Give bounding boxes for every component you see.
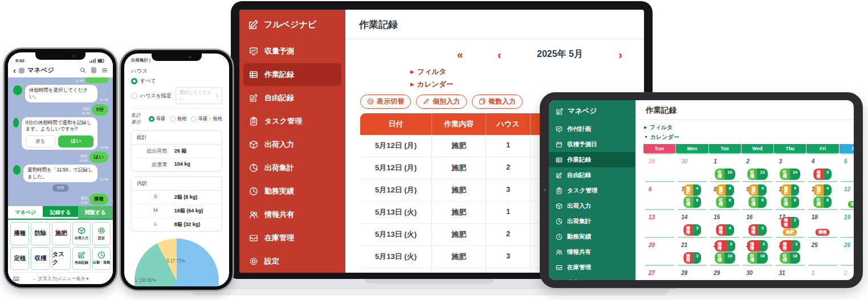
sidebar-item-自由記録[interactable]: 自由記録 [243, 87, 341, 109]
calendar-cell[interactable]: 23播種3収穫18 [743, 237, 772, 265]
menu-icon-button-出勤・退勤[interactable]: 出勤・退勤 [92, 247, 111, 270]
radio-selected-icon[interactable] [149, 116, 154, 122]
tablet-sidebar-item-タスク管理[interactable]: タスク管理 [549, 183, 635, 198]
表示切替-button[interactable]: 表示切替 [360, 94, 411, 109]
menu-button-施肥[interactable]: 施肥 [52, 222, 71, 245]
calendar-cell[interactable]: 25 [808, 237, 837, 265]
tablet-sidebar-item-在庫管理[interactable]: 在庫管理 [549, 260, 635, 275]
calendar-cell[interactable]: 13 [645, 209, 674, 237]
badge-label: 収穫 [747, 169, 757, 180]
calendar-cell[interactable]: 16播種3 [743, 209, 772, 237]
document-icon[interactable] [91, 67, 97, 73]
richmenu-tab-マネベジ[interactable]: マネベジ [8, 206, 43, 219]
unit-option-規格[interactable]: 規格 [170, 116, 187, 122]
calendar-cell[interactable]: 2 [841, 265, 854, 280]
tablet-sidebar-item-収穫予測日[interactable]: 収穫予測日 [549, 137, 635, 152]
calendar-cell[interactable]: 30 [743, 265, 772, 280]
calendar-cell[interactable]: 17播種2施肥 [776, 209, 805, 237]
tablet-filter-toggle[interactable]: ▶フィルタ [644, 123, 854, 133]
tablet-sidebar-item-出荷入力[interactable]: 出荷入力 [549, 198, 635, 213]
calendar-cell[interactable]: 20 [645, 237, 674, 265]
calendar-cell[interactable]: 1 [808, 265, 837, 280]
calendar-cell[interactable]: 21播種3 [678, 237, 707, 265]
calendar-cell[interactable]: 3収穫14 [776, 153, 805, 181]
calendar-cell[interactable]: 12収穫 [841, 181, 854, 209]
calendar-cell[interactable]: 7施肥4収穫6 [678, 181, 707, 209]
calendar-cell[interactable]: 11施肥4収穫6 [808, 181, 837, 209]
keyboard-icon[interactable] [13, 276, 19, 282]
unit-option-等級[interactable]: 等級 [149, 116, 166, 122]
menu-icon-button-設定[interactable]: 設定 [92, 222, 111, 245]
chat-footer[interactable]: ← 文字入力|メニュー表示 ▾ [8, 272, 113, 284]
radio-selected-icon[interactable] [131, 78, 137, 84]
search-icon[interactable] [80, 67, 86, 73]
radio-all-row[interactable]: すべて [131, 77, 222, 85]
filter-toggle[interactable]: ▶フィルタ [410, 66, 644, 79]
unit-option-等級・規格[interactable]: 等級・規格 [191, 116, 223, 122]
sidebar-item-設定[interactable]: 設定 [243, 250, 341, 273]
back-icon[interactable]: ‹ [13, 66, 16, 75]
sidebar-item-タスク管理[interactable]: タスク管理 [243, 110, 341, 133]
fast-prev-month-button[interactable]: « [457, 49, 462, 60]
menu-button-タスク[interactable]: タスク [52, 247, 71, 270]
calendar-cell[interactable]: 29 [710, 265, 739, 280]
richmenu-tab-記録する[interactable]: 記録する [43, 206, 78, 219]
menu-button-定植[interactable]: 定植 [10, 247, 29, 270]
radio-unselected-icon[interactable] [170, 116, 176, 122]
calendar-cell[interactable]: 9施肥4収穫6 [743, 181, 772, 209]
calendar-cell[interactable]: 30 [678, 153, 707, 181]
calendar-cell[interactable]: 6 [645, 181, 674, 209]
richmenu-tab-閲覧する[interactable]: 閲覧する [78, 206, 113, 219]
tablet-sidebar-item-作付計画[interactable]: 作付計画 [549, 121, 635, 137]
calendar-cell[interactable]: 29 [645, 153, 674, 181]
house-select[interactable]: 選択してください ▲▼ [176, 87, 222, 104]
sidebar-item-出荷集計[interactable]: 出荷集計 [243, 157, 341, 179]
tablet-calendar-toggle[interactable]: ▼カレンダー [644, 133, 854, 142]
tablet-sidebar-item-自由記録[interactable]: 自由記録 [549, 167, 635, 183]
calendar-cell[interactable]: 28 [678, 265, 707, 280]
radio-unselected-icon[interactable] [191, 116, 197, 122]
prev-month-button[interactable]: ‹ [498, 49, 502, 60]
tablet-sidebar-item-勤務実績[interactable]: 勤務実績 [549, 229, 635, 244]
calendar-cell[interactable]: 1収穫10 [710, 153, 739, 181]
calendar-cell[interactable]: 22播種3収穫18 [710, 237, 739, 265]
calendar-cell[interactable]: 26 [841, 237, 854, 265]
個別入力-button[interactable]: 個別入力 [416, 94, 467, 109]
calendar-cell[interactable]: 27 [645, 265, 674, 280]
tablet-sidebar-item-作業記録[interactable]: 作業記録 [549, 152, 635, 167]
tablet-sidebar-item-出荷集計[interactable]: 出荷集計 [549, 213, 635, 229]
radio-specify-row[interactable]: ハウスを指定 選択してください ▲▼ [131, 87, 222, 104]
calendar-cell[interactable]: 8施肥4収穫6 [710, 181, 739, 209]
badge-group: 播種3 [683, 252, 702, 264]
calendar-cell[interactable]: 18播種 [808, 209, 837, 237]
複数入力-button[interactable]: 複数入力 [472, 94, 523, 109]
calendar-cell[interactable]: 14播種3 [678, 209, 707, 237]
sidebar-item-情報共有[interactable]: 情報共有 [243, 203, 341, 226]
calendar-cell[interactable]: 31 [776, 265, 805, 280]
sidebar-item-出荷入力[interactable]: 出荷入力 [243, 133, 341, 156]
calendar-cell[interactable]: 4播種3 [808, 153, 837, 181]
menu-icon-button-自由記録[interactable]: 自由記録 [72, 247, 91, 270]
sidebar-item-在庫管理[interactable]: 在庫管理 [243, 227, 341, 249]
calendar-cell[interactable]: 10施肥4収穫6 [776, 181, 805, 209]
sidebar-item-勤務実績[interactable]: 勤務実績 [243, 180, 341, 203]
menu-button-防除[interactable]: 防除 [31, 222, 50, 245]
calendar-cell[interactable]: 19 [841, 209, 854, 237]
menu-button-収穫[interactable]: 収穫 [31, 247, 50, 270]
sidebar-item-作業記録[interactable]: 作業記録 [243, 63, 341, 86]
sidebar-item-収量予測[interactable]: 収量予測 [243, 40, 341, 63]
menu-icon[interactable] [101, 67, 108, 73]
next-month-button[interactable]: › [618, 49, 622, 60]
calendar-cell[interactable]: 24播種3収穫18 [776, 237, 805, 265]
tablet-sidebar-item-設定[interactable]: 設定 [549, 275, 635, 280]
calendar-cell[interactable]: 2収穫13 [743, 153, 772, 181]
menu-icon-button-出荷入力[interactable]: 出荷入力 [72, 222, 91, 245]
yes-button[interactable]: はい [58, 135, 94, 147]
back-button[interactable]: 戻る [26, 135, 55, 147]
calendar-cell[interactable]: 15播種4 [710, 209, 739, 237]
calendar-cell[interactable]: 5 [841, 153, 854, 181]
menu-button-播種[interactable]: 播種 [10, 222, 29, 245]
radio-unselected-icon[interactable] [131, 93, 137, 99]
calendar-toggle[interactable]: ▶カレンダー [410, 79, 644, 91]
tablet-sidebar-item-情報共有[interactable]: 情報共有 [549, 244, 635, 260]
